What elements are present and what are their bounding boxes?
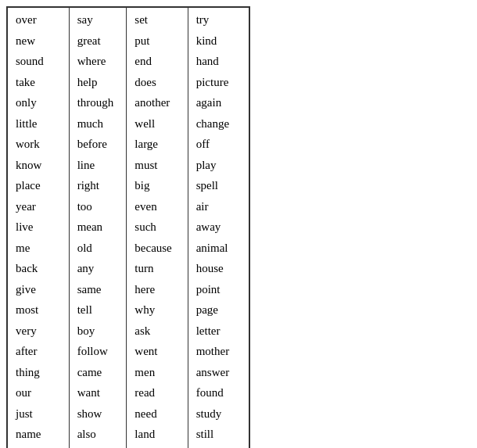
word-cell: where: [69, 51, 127, 72]
word-cell: end: [127, 51, 188, 72]
word-cell: same: [69, 279, 127, 300]
word-cell: such: [127, 217, 188, 238]
word-cell: also: [69, 424, 127, 445]
word-cell: picture: [188, 72, 249, 93]
word-cell: here: [127, 279, 188, 300]
word-cell: much: [69, 113, 127, 134]
word-cell: men: [127, 362, 188, 383]
word-cell: letter: [188, 321, 249, 342]
table-row: givesameherepoint: [8, 279, 249, 300]
word-cell: boy: [69, 321, 127, 342]
word-cell: kind: [188, 30, 249, 52]
word-cell: our: [8, 382, 69, 403]
word-cell: before: [69, 134, 127, 155]
word-cell: give: [8, 279, 69, 300]
table-row: thingcamemenanswer: [8, 362, 249, 383]
word-cell: why: [127, 299, 188, 321]
word-cell: over: [8, 8, 69, 30]
table-row: knowlinemustplay: [8, 155, 249, 176]
word-cell: show: [69, 403, 127, 425]
table-row: newgreatputkind: [8, 30, 249, 52]
word-cell: say: [69, 8, 127, 30]
word-cell: little: [8, 113, 69, 134]
word-cell: study: [188, 403, 249, 425]
word-cell: any: [69, 258, 127, 279]
table-row: workbeforelargeoff: [8, 134, 249, 155]
word-cell: try: [188, 8, 249, 30]
word-cell: only: [8, 92, 69, 113]
word-cell: tell: [69, 299, 127, 321]
word-cell: learn: [188, 445, 249, 449]
word-cell: turn: [127, 258, 188, 279]
word-cell: take: [8, 72, 69, 93]
word-cell: went: [127, 341, 188, 362]
word-cell: read: [127, 382, 188, 403]
word-cell: too: [69, 196, 127, 217]
word-cell: point: [188, 279, 249, 300]
word-cell: came: [69, 362, 127, 383]
word-cell: after: [8, 341, 69, 362]
table-row: oversaysettry: [8, 8, 249, 30]
table-row: afterfollowwentmother: [8, 341, 249, 362]
word-cell: different: [127, 445, 188, 449]
word-cell: help: [69, 72, 127, 93]
table-row: veryboyaskletter: [8, 321, 249, 342]
word-cell: house: [188, 258, 249, 279]
table-row: meoldbecauseanimal: [8, 238, 249, 259]
table-row: yeartooevenair: [8, 196, 249, 217]
table-row: livemeansuchaway: [8, 217, 249, 238]
word-cell: live: [8, 217, 69, 238]
table-row: namealsolandstill: [8, 424, 249, 445]
table-row: mosttellwhypage: [8, 299, 249, 321]
word-cell: ask: [127, 321, 188, 342]
word-cell: another: [127, 92, 188, 113]
word-cell: very: [8, 321, 69, 342]
table-row: soundwhereendhand: [8, 51, 249, 72]
table-row: onlythroughanotheragain: [8, 92, 249, 113]
word-cell: know: [8, 155, 69, 176]
word-cell: work: [8, 134, 69, 155]
table-row: placerightbigspell: [8, 175, 249, 196]
word-cell: name: [8, 424, 69, 445]
word-cell: need: [127, 403, 188, 425]
word-cell: great: [69, 30, 127, 52]
word-cell: sound: [8, 51, 69, 72]
word-cell: animal: [188, 238, 249, 259]
word-cell: land: [127, 424, 188, 445]
table-row: littlemuchwellchange: [8, 113, 249, 134]
word-cell: page: [188, 299, 249, 321]
word-cell: because: [127, 238, 188, 259]
word-cell: away: [188, 217, 249, 238]
word-cell: large: [127, 134, 188, 155]
word-cell: through: [69, 92, 127, 113]
word-cell: around: [69, 445, 127, 449]
table-row: goodarounddifferentlearn: [8, 445, 249, 449]
word-cell: just: [8, 403, 69, 425]
word-cell: line: [69, 155, 127, 176]
word-cell: well: [127, 113, 188, 134]
table-row: takehelpdoespicture: [8, 72, 249, 93]
word-cell: old: [69, 238, 127, 259]
word-cell: play: [188, 155, 249, 176]
word-cell: again: [188, 92, 249, 113]
word-cell: must: [127, 155, 188, 176]
word-cell: hand: [188, 51, 249, 72]
word-cell: good: [8, 445, 69, 449]
word-cell: does: [127, 72, 188, 93]
word-cell: thing: [8, 362, 69, 383]
word-cell: big: [127, 175, 188, 196]
word-cell: off: [188, 134, 249, 155]
table-row: justshowneedstudy: [8, 403, 249, 425]
word-cell: me: [8, 238, 69, 259]
word-list-table: oversaysettrynewgreatputkindsoundwhereen…: [6, 6, 250, 448]
word-cell: want: [69, 382, 127, 403]
word-cell: right: [69, 175, 127, 196]
word-cell: set: [127, 8, 188, 30]
word-cell: most: [8, 299, 69, 321]
table-row: ourwantreadfound: [8, 382, 249, 403]
word-cell: answer: [188, 362, 249, 383]
word-cell: mean: [69, 217, 127, 238]
word-cell: air: [188, 196, 249, 217]
word-cell: spell: [188, 175, 249, 196]
word-cell: still: [188, 424, 249, 445]
